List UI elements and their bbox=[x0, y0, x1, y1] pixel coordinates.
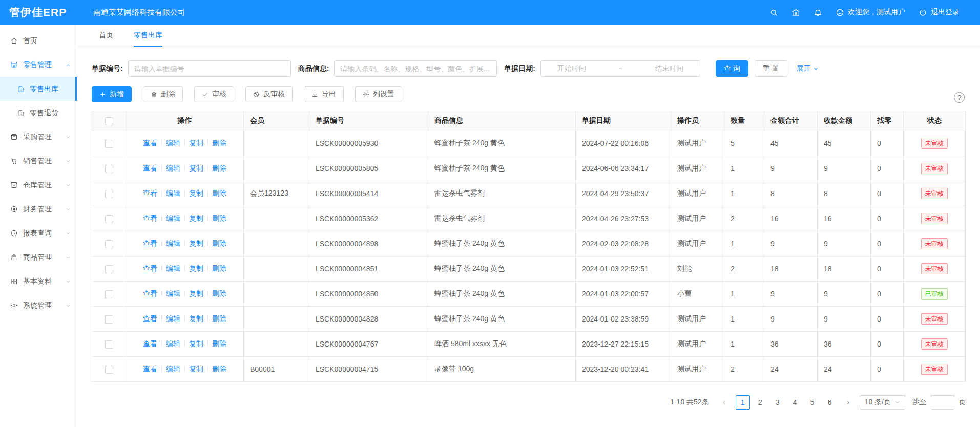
search-button[interactable]: 查 询 bbox=[716, 60, 748, 77]
page-4[interactable]: 4 bbox=[788, 395, 802, 410]
status-badge: 未审核 bbox=[921, 238, 948, 249]
page-6[interactable]: 6 bbox=[823, 395, 837, 410]
delete-link[interactable]: 删除 bbox=[212, 289, 226, 297]
row-checkbox[interactable] bbox=[105, 366, 113, 374]
edit-link[interactable]: 编辑 bbox=[166, 139, 180, 147]
export-button[interactable]: 导出 bbox=[304, 86, 344, 102]
sidebar-item-finance[interactable]: 财务管理 bbox=[0, 197, 77, 221]
sidebar-item-retail-return[interactable]: 零售退货 bbox=[0, 101, 77, 125]
page-3[interactable]: 3 bbox=[770, 395, 785, 410]
view-link[interactable]: 查看 bbox=[143, 164, 157, 172]
copy-link[interactable]: 复制 bbox=[189, 289, 203, 297]
view-link[interactable]: 查看 bbox=[143, 339, 157, 348]
jump-input[interactable] bbox=[931, 395, 954, 410]
copy-link[interactable]: 复制 bbox=[189, 164, 203, 172]
date-start-placeholder: 开始时间 bbox=[557, 64, 586, 73]
view-link[interactable]: 查看 bbox=[143, 239, 157, 247]
edit-link[interactable]: 编辑 bbox=[166, 189, 180, 197]
tab-home[interactable]: 首页 bbox=[99, 25, 113, 47]
tab-retail-outbound[interactable]: 零售出库 bbox=[134, 25, 162, 47]
view-link[interactable]: 查看 bbox=[143, 189, 157, 197]
delete-link[interactable]: 删除 bbox=[212, 139, 226, 147]
view-link[interactable]: 查看 bbox=[143, 314, 157, 323]
row-checkbox[interactable] bbox=[105, 165, 113, 173]
copy-link[interactable]: 复制 bbox=[189, 139, 203, 147]
copy-link[interactable]: 复制 bbox=[189, 365, 203, 373]
delete-link[interactable]: 删除 bbox=[212, 164, 226, 172]
row-checkbox[interactable] bbox=[105, 290, 113, 298]
expand-link[interactable]: 展开 bbox=[797, 64, 819, 73]
view-link[interactable]: 查看 bbox=[143, 289, 157, 297]
edit-link[interactable]: 编辑 bbox=[166, 314, 180, 323]
edit-link[interactable]: 编辑 bbox=[166, 365, 180, 373]
sidebar-item-home[interactable]: 首页 bbox=[0, 29, 77, 53]
action-divider bbox=[207, 140, 208, 146]
copy-link[interactable]: 复制 bbox=[189, 339, 203, 348]
sidebar-item-warehouse[interactable]: 仓库管理 bbox=[0, 173, 77, 197]
clock-icon bbox=[10, 229, 18, 237]
audit-button[interactable]: 审核 bbox=[194, 86, 234, 102]
copy-link[interactable]: 复制 bbox=[189, 264, 203, 272]
bill-no-input[interactable] bbox=[128, 60, 291, 77]
sidebar-item-retail[interactable]: 零售管理 bbox=[0, 53, 77, 77]
add-button[interactable]: 新增 bbox=[92, 86, 132, 102]
help-icon[interactable]: ? bbox=[954, 92, 965, 103]
sidebar-item-system[interactable]: 系统管理 bbox=[0, 293, 77, 317]
row-select-cell bbox=[92, 231, 126, 257]
view-link[interactable]: 查看 bbox=[143, 365, 157, 373]
sidebar-item-basic[interactable]: 基本资料 bbox=[0, 269, 77, 293]
copy-link[interactable]: 复制 bbox=[189, 239, 203, 247]
page-5[interactable]: 5 bbox=[805, 395, 820, 410]
view-link[interactable]: 查看 bbox=[143, 214, 157, 222]
date-range-input[interactable]: 开始时间 ~ 结束时间 bbox=[540, 60, 700, 77]
edit-link[interactable]: 编辑 bbox=[166, 239, 180, 247]
copy-link[interactable]: 复制 bbox=[189, 314, 203, 323]
row-checkbox[interactable] bbox=[105, 140, 113, 148]
row-checkbox[interactable] bbox=[105, 315, 113, 324]
sidebar-item-goods[interactable]: 商品管理 bbox=[0, 245, 77, 269]
column-settings-button[interactable]: 列设置 bbox=[355, 86, 402, 102]
sidebar-item-purchase[interactable]: 采购管理 bbox=[0, 125, 77, 149]
edit-link[interactable]: 编辑 bbox=[166, 164, 180, 172]
bank-icon[interactable] bbox=[791, 8, 800, 17]
select-all-checkbox[interactable] bbox=[105, 117, 113, 125]
delete-link[interactable]: 删除 bbox=[212, 365, 226, 373]
logout-button[interactable]: 退出登录 bbox=[919, 8, 960, 17]
search-icon[interactable] bbox=[769, 8, 778, 17]
prev-page-button[interactable]: ‹ bbox=[717, 395, 732, 410]
row-checkbox[interactable] bbox=[105, 215, 113, 223]
unaudit-button[interactable]: 反审核 bbox=[245, 86, 293, 102]
bell-icon[interactable] bbox=[814, 8, 822, 17]
sidebar-item-sales[interactable]: 销售管理 bbox=[0, 149, 77, 173]
row-checkbox[interactable] bbox=[105, 265, 113, 273]
delete-link[interactable]: 删除 bbox=[212, 339, 226, 348]
edit-link[interactable]: 编辑 bbox=[166, 289, 180, 297]
delete-link[interactable]: 删除 bbox=[212, 239, 226, 247]
view-link[interactable]: 查看 bbox=[143, 264, 157, 272]
delete-link[interactable]: 删除 bbox=[212, 264, 226, 272]
page-size-select[interactable]: 10 条/页 bbox=[860, 395, 905, 410]
delete-link[interactable]: 删除 bbox=[212, 214, 226, 222]
edit-link[interactable]: 编辑 bbox=[166, 214, 180, 222]
view-link[interactable]: 查看 bbox=[143, 139, 157, 147]
row-checkbox[interactable] bbox=[105, 240, 113, 248]
row-checkbox[interactable] bbox=[105, 340, 113, 349]
sidebar-item-retail-outbound[interactable]: 零售出库 bbox=[0, 77, 77, 101]
copy-link[interactable]: 复制 bbox=[189, 189, 203, 197]
delete-button[interactable]: 删除 bbox=[143, 86, 183, 102]
row-checkbox[interactable] bbox=[105, 190, 113, 198]
welcome-user[interactable]: 欢迎您，测试用户 bbox=[836, 8, 905, 17]
reset-button[interactable]: 重 置 bbox=[755, 60, 787, 77]
action-divider bbox=[207, 290, 208, 296]
page-1[interactable]: 1 bbox=[736, 395, 750, 410]
delete-link[interactable]: 删除 bbox=[212, 314, 226, 323]
product-input[interactable] bbox=[334, 60, 497, 77]
next-page-button[interactable]: › bbox=[841, 395, 856, 410]
edit-link[interactable]: 编辑 bbox=[166, 264, 180, 272]
copy-link[interactable]: 复制 bbox=[189, 214, 203, 222]
edit-link[interactable]: 编辑 bbox=[166, 339, 180, 348]
delete-link[interactable]: 删除 bbox=[212, 189, 226, 197]
page-2[interactable]: 2 bbox=[753, 395, 767, 410]
export-button-label: 导出 bbox=[322, 90, 336, 99]
sidebar-item-report[interactable]: 报表查询 bbox=[0, 221, 77, 245]
